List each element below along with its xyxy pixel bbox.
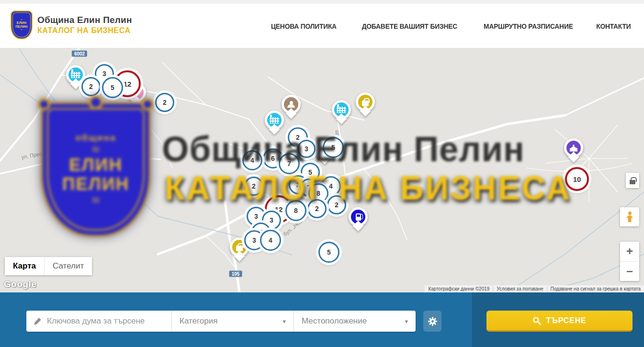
- nav-item-contacts[interactable]: КОНТАКТИ: [597, 22, 631, 30]
- brand-text: Община Елин Пелин КАТАЛОГ НА БИЗНЕСА: [37, 15, 132, 35]
- cluster-count: 4: [269, 236, 272, 244]
- keyword-field[interactable]: [26, 311, 171, 332]
- google-logo[interactable]: Google: [4, 279, 36, 290]
- nav-item-add-business[interactable]: ДОБАВЕТЕ ВАШИЯТ БИЗНЕС: [362, 22, 457, 30]
- cluster-count: 2: [335, 201, 339, 209]
- brand[interactable]: ≈ ЕЛИН ПЕЛИН ≈ Община Елин Пелин КАТАЛОГ…: [11, 11, 132, 39]
- factory-icon: [71, 72, 80, 78]
- cluster-count: 4: [250, 157, 254, 164]
- factory-category-pin[interactable]: [265, 111, 284, 133]
- cluster-count: 8: [316, 190, 320, 197]
- site-title: Община Елин Пелин: [37, 15, 132, 25]
- cluster-marker[interactable]: 2: [244, 177, 263, 196]
- bag-icon: [362, 101, 369, 106]
- cluster-count: 2: [315, 205, 319, 213]
- cluster-marker[interactable]: 7: [279, 153, 300, 174]
- report-map-error-link[interactable]: Подаване на сигнал за грешка в картата: [547, 286, 644, 291]
- attribution-copyright: Картографски данни ©2019: [425, 286, 493, 291]
- cluster-marker[interactable]: 10: [565, 167, 589, 191]
- factory-icon: [270, 117, 279, 123]
- search-button[interactable]: ТЪРСЕНЕ: [486, 311, 633, 332]
- location-dropdown-label: Местоположение: [302, 316, 367, 326]
- cluster-marker[interactable]: 4: [242, 150, 262, 170]
- keyword-search-input[interactable]: [47, 316, 171, 326]
- street-view-pegman[interactable]: [620, 207, 639, 226]
- municipality-crest-logo: ≈ ЕЛИН ПЕЛИН ≈: [11, 11, 33, 39]
- bag-category-pin[interactable]: [356, 92, 375, 115]
- search-bar: Категория ▾ Местоположение ▾: [0, 292, 644, 347]
- terms-of-use-link[interactable]: Условия за ползване: [493, 286, 546, 291]
- cluster-marker[interactable]: 8: [285, 200, 306, 221]
- cluster-count: 3: [252, 236, 256, 244]
- search-icon: [532, 316, 541, 325]
- cluster-count: 8: [294, 207, 298, 214]
- search-button-label: ТЪРСЕНЕ: [546, 316, 586, 325]
- cluster-marker[interactable]: 4: [260, 230, 281, 251]
- crest-text-line2: ПЕЛИН: [15, 25, 28, 29]
- category-dropdown[interactable]: Категория ▾: [171, 311, 294, 332]
- bag-icon: [236, 246, 243, 251]
- lock-control[interactable]: [626, 173, 639, 188]
- crest-ornament: ≈: [21, 19, 22, 21]
- cluster-count: 2: [89, 83, 93, 90]
- church-icon: [570, 145, 577, 152]
- map-canvas[interactable]: 6002105ул. Преславбул. „Новоселщи“ 31225…: [0, 48, 644, 292]
- road-number-badge: 6002: [72, 51, 87, 57]
- cluster-marker[interactable]: 5: [102, 77, 123, 98]
- cluster-marker[interactable]: 2: [327, 195, 346, 214]
- chevron-down-icon: ▾: [405, 318, 408, 325]
- cluster-count: 5: [308, 168, 312, 176]
- lock-icon: [630, 180, 635, 184]
- page: ≈ ЕЛИН ПЕЛИН ≈ Община Елин Пелин КАТАЛОГ…: [0, 0, 644, 347]
- cluster-marker[interactable]: 2: [81, 77, 101, 96]
- pencil-icon: [33, 317, 42, 326]
- map-type-switcher: Карта Сателит: [5, 257, 92, 275]
- satellite-view-button[interactable]: Сателит: [44, 257, 92, 275]
- nav-item-pricing[interactable]: ЦЕНОВА ПОЛИТИКА: [271, 22, 337, 30]
- zoom-in-button[interactable]: +: [620, 242, 639, 262]
- cluster-count: 2: [252, 182, 256, 190]
- location-dropdown[interactable]: Местоположение ▾: [294, 311, 416, 332]
- cluster-marker[interactable]: 5: [318, 242, 339, 263]
- chevron-down-icon: ▾: [282, 318, 286, 325]
- crest-ornament: ≈: [21, 29, 22, 31]
- site-subtitle: КАТАЛОГ НА БИЗНЕСА: [37, 26, 132, 35]
- cluster-count: 4: [329, 182, 333, 190]
- advanced-settings-button[interactable]: [423, 311, 441, 332]
- cluster-marker[interactable]: 2: [307, 199, 327, 218]
- zoom-out-button[interactable]: −: [620, 262, 639, 281]
- cluster-count: 2: [163, 99, 167, 106]
- map-attribution: Картографски данни ©2019 Условия за полз…: [425, 285, 644, 292]
- gear-icon: [428, 316, 438, 326]
- pegman-icon: [626, 212, 633, 222]
- factory-icon: [337, 107, 346, 113]
- cluster-count: 3: [270, 216, 273, 224]
- cluster-count: 6: [271, 155, 275, 162]
- search-fields: Категория ▾ Местоположение ▾: [26, 311, 416, 332]
- church-category-pin[interactable]: [564, 138, 583, 161]
- main-nav: ЦЕНОВА ПОЛИТИКА ДОБАВЕТЕ ВАШИЯТ БИЗНЕС М…: [268, 4, 633, 48]
- cluster-count: 3: [305, 145, 308, 153]
- cluster-count: 5: [327, 248, 331, 256]
- zoom-control: + −: [620, 242, 639, 281]
- cluster-count: 7: [287, 160, 291, 168]
- road-number-badge: 105: [229, 271, 242, 277]
- fuel-category-pin[interactable]: [349, 207, 368, 230]
- fuel-icon: [356, 213, 361, 221]
- cluster-marker[interactable]: 2: [155, 93, 174, 112]
- cluster-count: 10: [573, 175, 581, 183]
- crest-text-line1: ЕЛИН: [17, 21, 26, 25]
- top-strip: [0, 0, 644, 4]
- map-view-button[interactable]: Карта: [5, 257, 44, 275]
- worker-icon: [287, 101, 295, 108]
- cluster-count: 3: [102, 70, 106, 78]
- search-submit-panel: ТЪРСЕНЕ: [472, 292, 644, 347]
- cluster-marker[interactable]: 5: [323, 137, 344, 158]
- cluster-count: 5: [331, 144, 335, 151]
- worker-category-pin[interactable]: [282, 95, 301, 117]
- nav-item-route-schedule[interactable]: МАРШРУТНО РАЗПИСАНИЕ: [484, 22, 573, 30]
- cluster-count: 3: [254, 213, 258, 220]
- factory-category-pin[interactable]: [332, 100, 351, 123]
- cluster-marker[interactable]: 3: [297, 140, 316, 158]
- header: ≈ ЕЛИН ПЕЛИН ≈ Община Елин Пелин КАТАЛОГ…: [0, 4, 644, 48]
